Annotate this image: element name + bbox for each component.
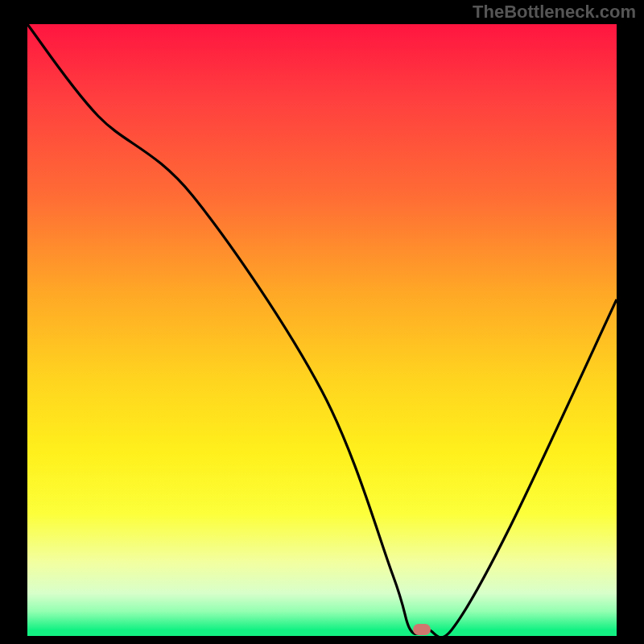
chart-container: TheBottleneck.com (0, 0, 644, 644)
bottleneck-curve-path (27, 24, 617, 636)
optimal-point-marker (413, 624, 431, 635)
plot-area (27, 24, 617, 636)
attribution-label: TheBottleneck.com (473, 2, 636, 23)
curve-layer (27, 24, 617, 636)
